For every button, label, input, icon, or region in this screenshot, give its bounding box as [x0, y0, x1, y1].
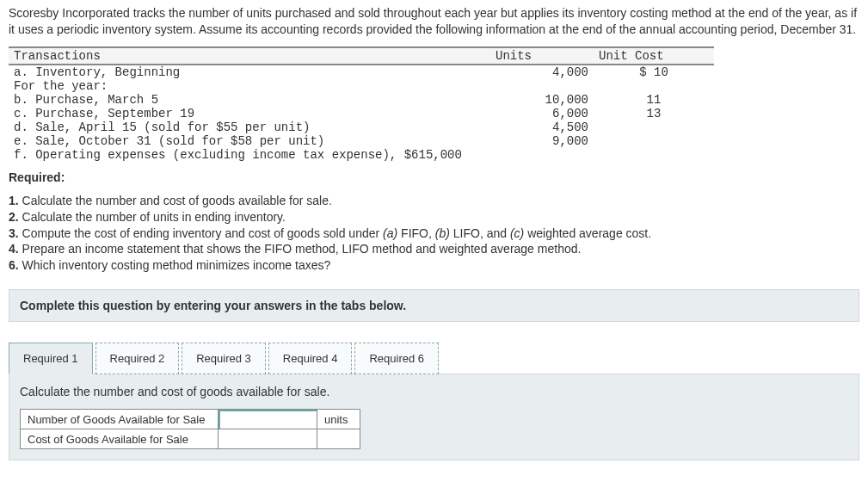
tabs-row: Required 1 Required 2 Required 3 Require…	[9, 343, 859, 374]
tab-required-3[interactable]: Required 3	[182, 343, 266, 374]
cost-goods-input[interactable]	[219, 429, 317, 448]
transactions-table: Transactions Units Unit Cost a. Inventor…	[9, 46, 714, 162]
th-unit-cost: Unit Cost	[594, 47, 714, 65]
table-row: b. Purchase, March 510,00011	[9, 93, 714, 107]
table-row: f. Operating expenses (excluding income …	[9, 148, 714, 162]
tab-prompt: Calculate the number and cost of goods a…	[20, 385, 848, 398]
table-row: Cost of Goods Available for Sale	[21, 429, 360, 449]
row-label: Number of Goods Available for Sale	[21, 410, 219, 429]
table-row: For the year:	[9, 79, 714, 93]
tab-required-2[interactable]: Required 2	[95, 343, 180, 374]
table-row: c. Purchase, September 196,00013	[9, 107, 714, 120]
intro-text: Scoresby Incorporated tracks the number …	[9, 5, 859, 38]
tab-required-1[interactable]: Required 1	[9, 343, 93, 374]
required-header: Required:	[9, 170, 859, 184]
units-label: units	[317, 410, 360, 429]
tab-required-4[interactable]: Required 4	[268, 343, 353, 374]
th-units: Units	[490, 47, 594, 65]
units-label	[317, 429, 360, 449]
answer-table: Number of Goods Available for Sale units…	[20, 409, 360, 449]
tab-panel: Calculate the number and cost of goods a…	[9, 374, 859, 460]
tab-required-6[interactable]: Required 6	[354, 343, 439, 374]
row-label: Cost of Goods Available for Sale	[21, 429, 219, 449]
table-row: d. Sale, April 15 (sold for $55 per unit…	[9, 120, 714, 134]
number-goods-input[interactable]	[219, 410, 317, 429]
table-row: e. Sale, October 31 (sold for $58 per un…	[9, 134, 714, 148]
requirements-list: 1. Calculate the number and cost of good…	[9, 193, 859, 274]
complete-instruction: Complete this question by entering your …	[9, 289, 859, 322]
th-transactions: Transactions	[9, 47, 490, 65]
table-row: a. Inventory, Beginning4,000$ 10	[9, 65, 714, 79]
table-row: Number of Goods Available for Sale units	[21, 410, 360, 429]
